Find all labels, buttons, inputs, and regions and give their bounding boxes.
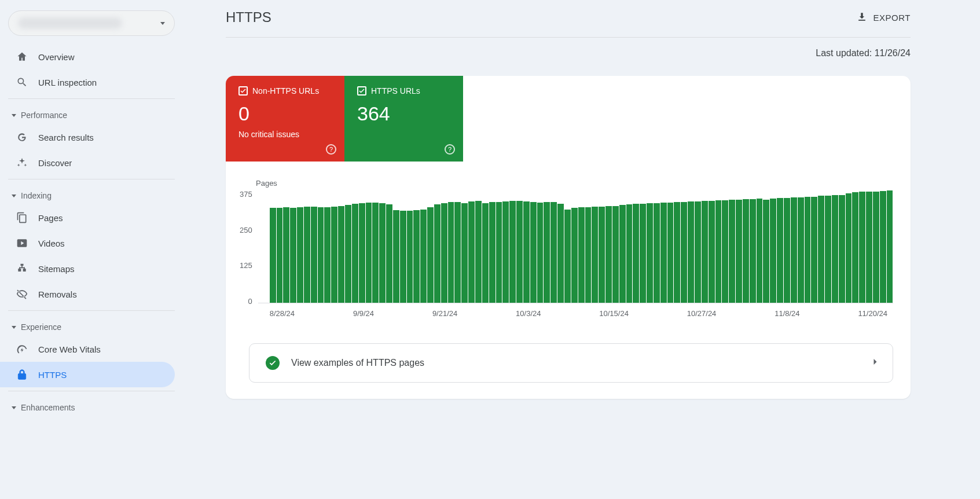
section-label: Indexing bbox=[21, 191, 52, 200]
chart-bar bbox=[757, 199, 763, 303]
chevron-right-icon bbox=[869, 356, 881, 370]
caret-down-icon bbox=[12, 195, 16, 197]
export-button[interactable]: EXPORT bbox=[856, 11, 911, 24]
sidebar-item-videos[interactable]: Videos bbox=[0, 230, 175, 256]
chart-bar bbox=[297, 207, 303, 303]
sidebar-item-pages[interactable]: Pages bbox=[0, 205, 175, 230]
chart-bar bbox=[852, 192, 858, 303]
chart-bar bbox=[516, 201, 523, 303]
y-tick: 250 bbox=[240, 226, 252, 234]
sidebar-section-experience[interactable]: Experience bbox=[8, 314, 175, 336]
chart-bar bbox=[454, 202, 461, 303]
chart-bar bbox=[352, 204, 358, 303]
pages-icon bbox=[16, 212, 28, 223]
sidebar-item-discover[interactable]: Discover bbox=[0, 150, 175, 175]
chart-bar bbox=[496, 202, 502, 303]
chart-bar bbox=[564, 210, 571, 303]
https-card: Non-HTTPS URLs 0 No critical issues ? HT… bbox=[226, 76, 911, 399]
chart-bar bbox=[667, 203, 674, 303]
sidebar-item-sitemaps[interactable]: Sitemaps bbox=[0, 256, 175, 281]
divider bbox=[8, 391, 175, 391]
sidebar-item-https[interactable]: HTTPS bbox=[0, 362, 175, 387]
export-label: EXPORT bbox=[873, 13, 911, 23]
chart-bar bbox=[331, 207, 337, 303]
download-icon bbox=[856, 11, 868, 24]
x-tick: 8/28/24 bbox=[270, 309, 295, 318]
chart-bar bbox=[805, 197, 811, 303]
tile-label: Non-HTTPS URLs bbox=[252, 86, 319, 96]
chart-x-axis: 8/28/249/9/249/21/2410/3/2410/15/2410/27… bbox=[258, 309, 893, 318]
home-icon bbox=[16, 51, 28, 63]
chart-bar bbox=[393, 210, 399, 303]
chart-bar bbox=[441, 203, 447, 303]
chart-bar bbox=[866, 192, 872, 303]
chart-bar bbox=[345, 205, 351, 303]
sidebar-item-search-results[interactable]: Search results bbox=[0, 124, 175, 150]
x-tick: 9/9/24 bbox=[353, 309, 374, 318]
tile-https[interactable]: HTTPS URLs 364 ? bbox=[344, 76, 463, 162]
chart-bar bbox=[427, 207, 434, 303]
chart-bar bbox=[324, 207, 331, 303]
chart-bar bbox=[366, 203, 372, 303]
sidebar-item-overview[interactable]: Overview bbox=[0, 44, 175, 69]
chart-bar bbox=[277, 208, 283, 303]
tile-non-https[interactable]: Non-HTTPS URLs 0 No critical issues ? bbox=[226, 76, 344, 162]
view-examples-link[interactable]: View examples of HTTPS pages bbox=[249, 343, 893, 383]
chart-bar bbox=[420, 210, 427, 303]
chart-bar bbox=[873, 192, 879, 303]
chart-bar bbox=[736, 200, 742, 303]
sidebar-section-enhancements[interactable]: Enhancements bbox=[8, 395, 175, 417]
divider bbox=[8, 310, 175, 311]
sidebar-item-label: Sitemaps bbox=[38, 264, 75, 274]
chart-bar bbox=[729, 200, 735, 303]
chart-bar bbox=[674, 202, 680, 303]
chart-bar bbox=[502, 201, 509, 303]
caret-down-icon bbox=[12, 114, 16, 117]
page-title: HTTPS bbox=[226, 9, 271, 25]
chart-bar bbox=[688, 201, 694, 303]
chart-y-axis: 3752501250 bbox=[240, 190, 258, 306]
checkbox-icon bbox=[357, 86, 366, 96]
chart-bar bbox=[578, 207, 585, 303]
chart-bar bbox=[825, 196, 831, 303]
sidebar-item-label: Pages bbox=[38, 213, 63, 223]
chart-bar bbox=[592, 207, 598, 303]
help-icon[interactable]: ? bbox=[326, 144, 336, 155]
sidebar-item-url-inspection[interactable]: URL inspection bbox=[0, 69, 175, 95]
chart-bar bbox=[605, 206, 612, 303]
sidebar-item-removals[interactable]: Removals bbox=[0, 281, 175, 307]
sidebar-section-indexing[interactable]: Indexing bbox=[8, 183, 175, 205]
help-icon[interactable]: ? bbox=[445, 144, 455, 155]
chart-bar bbox=[283, 207, 289, 303]
property-name-redacted bbox=[18, 17, 122, 29]
last-updated: Last updated: 11/26/24 bbox=[226, 38, 911, 76]
chart-bar bbox=[379, 203, 386, 303]
chart-bar bbox=[372, 203, 379, 303]
chart-bar bbox=[722, 200, 728, 303]
chart-bar bbox=[791, 197, 797, 303]
sidebar-section-performance[interactable]: Performance bbox=[8, 102, 175, 124]
chevron-down-icon bbox=[160, 22, 165, 25]
section-label: Experience bbox=[21, 322, 61, 332]
sidebar-item-label: Videos bbox=[38, 239, 65, 248]
chart-bar bbox=[777, 198, 783, 303]
chart-bar bbox=[702, 201, 708, 303]
chart-bar bbox=[784, 198, 790, 303]
property-selector[interactable] bbox=[8, 10, 175, 36]
chart-bar bbox=[290, 208, 296, 303]
chart-bar bbox=[599, 207, 605, 303]
chart-y-label: Pages bbox=[256, 179, 893, 188]
chart-bar bbox=[386, 204, 392, 303]
section-label: Performance bbox=[21, 111, 67, 120]
chart-bar bbox=[612, 206, 619, 303]
sidebar: Overview URL inspection Performance Sear… bbox=[0, 0, 185, 499]
chart-bar bbox=[318, 207, 324, 303]
chart-bar bbox=[413, 210, 420, 303]
chart-bar bbox=[338, 206, 344, 303]
chart-bar bbox=[640, 204, 646, 303]
tile-value: 0 bbox=[238, 102, 334, 125]
sidebar-item-core-web-vitals[interactable]: Core Web Vitals bbox=[0, 336, 175, 362]
sidebar-item-label: Search results bbox=[38, 133, 94, 142]
chart-bar bbox=[633, 204, 639, 303]
tile-label: HTTPS URLs bbox=[371, 86, 420, 96]
